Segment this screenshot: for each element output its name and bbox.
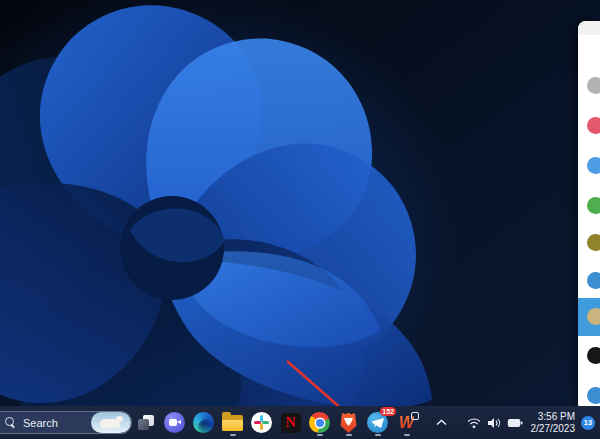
running-indicator <box>317 434 323 436</box>
wallpaper-bloom <box>0 0 600 439</box>
chat-avatar[interactable] <box>587 272 600 289</box>
edge-icon <box>193 412 214 433</box>
task-view-button[interactable] <box>134 408 157 437</box>
tray-overflow-button[interactable] <box>431 412 453 434</box>
wifi-icon <box>467 417 481 429</box>
edge-button[interactable] <box>192 408 215 437</box>
taskbar: Search <box>0 406 600 439</box>
netflix-button[interactable]: N <box>279 408 302 437</box>
clipchamp-button[interactable] <box>163 408 186 437</box>
system-tray: 3:56 PM 2/27/2023 13 <box>431 406 600 439</box>
battery-icon <box>507 417 523 429</box>
wps-office-button[interactable]: W <box>395 408 418 437</box>
chat-avatar[interactable] <box>587 157 600 174</box>
running-indicator <box>230 434 236 436</box>
chrome-button[interactable] <box>308 408 331 437</box>
file-explorer-icon <box>222 415 243 431</box>
running-indicator <box>404 434 410 436</box>
telegram-button[interactable]: 152 <box>366 408 389 437</box>
chat-avatar-selected[interactable] <box>587 308 600 325</box>
wps-notification-badge <box>411 412 419 420</box>
chat-avatar[interactable] <box>587 387 600 404</box>
volume-icon <box>487 417 501 429</box>
tray-time: 3:56 PM <box>531 411 576 423</box>
running-indicator <box>375 434 381 436</box>
netflix-icon: N <box>281 413 301 433</box>
running-indicator <box>346 434 352 436</box>
desktop: Search <box>0 0 600 439</box>
task-view-icon <box>138 415 154 430</box>
chat-avatar[interactable] <box>587 234 600 251</box>
brave-icon <box>339 412 358 433</box>
clock-button[interactable]: 3:56 PM 2/27/2023 <box>531 411 576 435</box>
chat-avatar[interactable] <box>587 117 600 134</box>
notification-count-badge[interactable]: 13 <box>581 416 595 430</box>
chat-avatar[interactable] <box>587 347 600 364</box>
tray-date: 2/27/2023 <box>531 423 576 435</box>
network-volume-battery-button[interactable] <box>467 417 523 429</box>
search-label: Search <box>23 417 91 429</box>
slack-icon <box>251 412 272 433</box>
search-icon <box>5 417 16 428</box>
chrome-icon <box>309 412 330 433</box>
slack-button[interactable] <box>250 408 273 437</box>
search-daily-image[interactable] <box>91 412 131 433</box>
chat-list-panel <box>578 21 600 412</box>
file-explorer-button[interactable] <box>221 408 244 437</box>
search-box[interactable]: Search <box>0 411 132 434</box>
chat-panel-titlebar <box>578 21 600 35</box>
chat-avatar[interactable] <box>587 77 600 94</box>
brave-button[interactable] <box>337 408 360 437</box>
chevron-up-icon <box>436 419 447 426</box>
telegram-unread-badge: 152 <box>380 407 396 416</box>
wps-office-icon: W <box>396 412 417 433</box>
chat-avatar[interactable] <box>587 197 600 214</box>
taskbar-app-row: N 152 W <box>134 406 418 439</box>
clipchamp-icon <box>164 412 185 433</box>
